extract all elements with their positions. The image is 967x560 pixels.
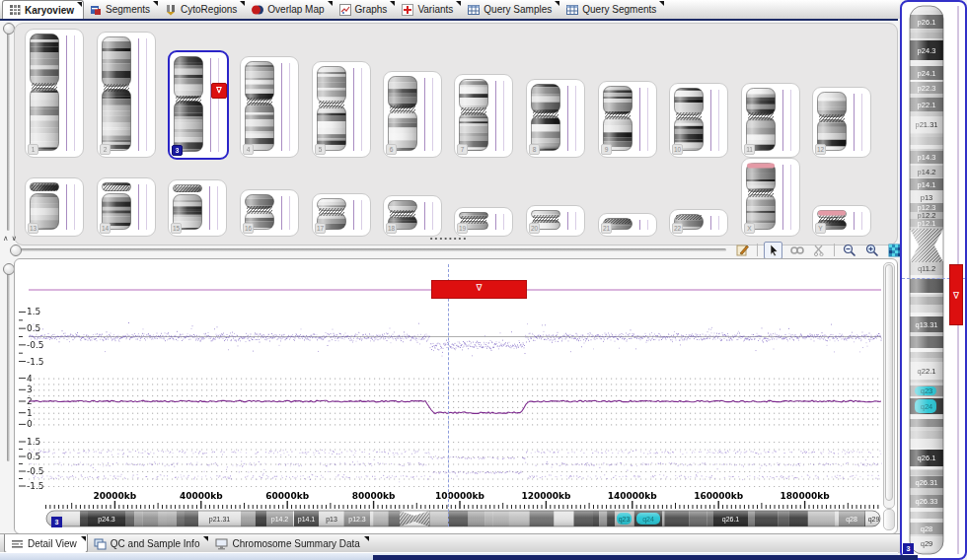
tab-query-samples[interactable]: Query Samples (462, 0, 560, 19)
zoom-out-button[interactable] (841, 243, 857, 258)
chromosome-number-badge: 3 (172, 145, 183, 156)
chromosome-3-sidebar[interactable]: ∇ 3 (900, 0, 967, 560)
chromosome-number-badge: 11 (744, 144, 755, 155)
tab-variants[interactable]: Variants (396, 0, 462, 19)
detail-scrollbar-thumb[interactable] (885, 264, 893, 501)
link-icon (790, 245, 804, 255)
annotation-tool-button[interactable] (734, 243, 751, 258)
chromosome-card-21[interactable]: 21 (598, 213, 657, 237)
chromosome-1-ideogram (30, 34, 59, 151)
chromosome-number-badge: 17 (315, 223, 326, 234)
chromosome-card-3[interactable]: 3∇ (168, 50, 229, 160)
tab-label: QC and Sample Info (111, 538, 200, 549)
detail-scrollbar-button[interactable] (883, 509, 895, 530)
zoom-in-button[interactable] (863, 243, 880, 258)
chromosome-card-1[interactable]: 1 (25, 29, 84, 158)
sample-track-line (575, 212, 576, 230)
tab-graphs[interactable]: Graphs (334, 0, 397, 19)
chromosome-X-ideogram (746, 163, 776, 230)
tab-label: CytoRegions (181, 4, 237, 15)
chromosome-number-badge: 9 (601, 144, 612, 155)
tab-separator-line (0, 19, 898, 21)
sample-track-line (146, 38, 147, 151)
tab-corner-marker (659, 1, 664, 6)
sample-track-line (424, 202, 425, 230)
chromosome-card-5[interactable]: 5 (312, 61, 371, 158)
chromosome-2-ideogram (102, 36, 131, 151)
chromosome-card-10[interactable]: 10 (669, 83, 728, 158)
karyoview-zoom-slider[interactable] (7, 28, 10, 231)
splitter-handle[interactable]: •••••••• (414, 234, 484, 243)
tab-overlap-map[interactable]: Overlap Map (246, 0, 333, 19)
tab-segments[interactable]: Segments (84, 0, 159, 19)
chromosome-card-17[interactable]: 17 (312, 193, 371, 237)
detail-view-panel (14, 258, 898, 534)
chromosome-number-badge: 19 (457, 223, 468, 234)
chromosome-card-14[interactable]: 14 (97, 177, 156, 237)
chevron-up-icon[interactable]: ∧ (3, 234, 12, 243)
segment-marker[interactable]: ∇ (431, 280, 527, 299)
sample-track-line (782, 90, 783, 151)
sample-track-line (790, 165, 791, 230)
segment-flag-marker[interactable]: ∇ (211, 83, 227, 99)
karyoview-scroll-slider-thumb[interactable] (10, 245, 22, 256)
sample-track-line (861, 94, 862, 151)
chromosome-card-9[interactable]: 9 (598, 81, 657, 158)
chromosome-card-15[interactable]: 15 (168, 179, 227, 237)
chromosome-card-22[interactable]: 22 (669, 209, 728, 237)
chromosome-card-8[interactable]: 8 (526, 79, 585, 158)
tab-qc-and-sample-info[interactable]: QC and Sample Info (88, 534, 210, 553)
sample-track-line (503, 214, 504, 230)
chromosome-card-2[interactable]: 2 (97, 32, 156, 158)
toolbar-separator (834, 244, 835, 256)
sample-track-line (353, 68, 354, 151)
tab-cytoregions[interactable]: CytoRegions (159, 0, 246, 19)
chromosome-card-12[interactable]: 12 (812, 87, 871, 158)
sample-track-line (575, 86, 576, 151)
detail-zoom-slider[interactable] (7, 268, 10, 461)
chromosome-card-11[interactable]: 11 (741, 83, 800, 158)
tab-karyoview[interactable]: Karyoview (2, 0, 84, 19)
toolbar-separator (757, 244, 758, 256)
tab-query-segments[interactable]: Query Segments (560, 0, 665, 19)
bottom-tab-bar: Detail View QC and Sample Info Chromosom… (0, 533, 902, 553)
chromosome-card-20[interactable]: 20 (526, 205, 585, 237)
chromosome-card-18[interactable]: 18 (383, 195, 442, 237)
collapse-chevrons[interactable]: ∧∨ (3, 234, 20, 243)
position-cursor (448, 264, 449, 526)
chevron-down-icon[interactable]: ∨ (12, 234, 21, 243)
sample-track-line (146, 184, 147, 230)
tab-label: Graphs (355, 4, 388, 15)
sample-track-line (647, 220, 648, 230)
plot-toolbar (734, 242, 903, 258)
chromosome-card-16[interactable]: 16 (240, 189, 299, 237)
chromosome-card-7[interactable]: 7 (454, 74, 513, 158)
karyoview-scroll-slider[interactable] (14, 248, 726, 251)
genome-tracks-plot[interactable] (17, 261, 883, 531)
sidebar-segment-marker[interactable]: ∇ (949, 264, 963, 325)
chromosome-card-13[interactable]: 13 (25, 177, 84, 237)
tab-chromosome-summary-data[interactable]: Chromosome Summary Data (209, 534, 369, 553)
sample-track-line (424, 78, 425, 151)
annotation-pen-icon (736, 244, 749, 256)
cut-tool-button[interactable] (811, 243, 828, 258)
chromosome-number-badge: 22 (672, 223, 683, 234)
tab-label: Variants (417, 4, 453, 15)
chromosome-number-badge: 15 (171, 223, 182, 234)
detail-scrollbar[interactable] (883, 262, 895, 509)
chromosome-card-X[interactable]: X (741, 158, 800, 237)
chromosome-card-4[interactable]: 4 (240, 56, 299, 158)
tab-label: Query Segments (582, 4, 656, 15)
sample-track-line (647, 88, 648, 151)
sample-track-line (361, 200, 362, 230)
chromosome-card-Y[interactable]: Y (812, 205, 871, 237)
chromosome-number-badge: X (744, 223, 755, 234)
tab-detail-view[interactable]: Detail View (4, 534, 88, 553)
select-tool-button[interactable] (764, 242, 782, 259)
tab-label: Detail View (28, 538, 77, 549)
link-tool-button[interactable] (788, 243, 805, 258)
chromosome-card-19[interactable]: 19 (454, 207, 513, 237)
chromosome-card-6[interactable]: 6 (383, 71, 442, 158)
zoom-in-icon (865, 244, 879, 257)
sample-track-line (66, 35, 67, 151)
